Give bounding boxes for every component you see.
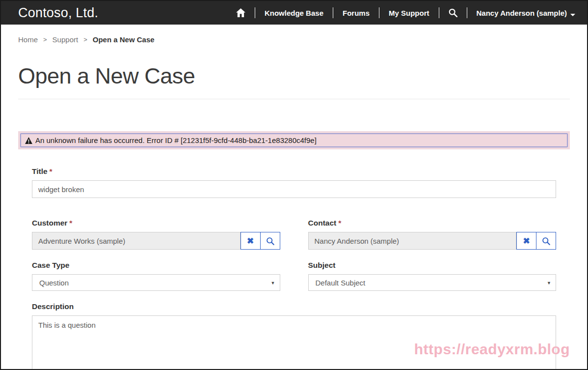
description-label: Description xyxy=(32,302,556,311)
contact-lookup: Nancy Anderson (sample) ✖ xyxy=(308,232,557,250)
nav-item-knowledge-base[interactable]: Knowledge Base xyxy=(265,9,323,17)
nav-separator xyxy=(379,7,379,18)
case-type-selected-value: Question xyxy=(39,279,69,287)
clear-x-icon: ✖ xyxy=(523,237,530,245)
title-label: Title* xyxy=(32,167,556,176)
home-icon[interactable] xyxy=(236,8,245,17)
user-menu-label: Nancy Anderson (sample) xyxy=(477,9,567,17)
title-divider xyxy=(18,99,570,99)
nav-item-my-support[interactable]: My Support xyxy=(389,9,429,17)
magnifier-icon xyxy=(266,237,274,245)
customer-lookup: Adventure Works (sample) ✖ xyxy=(32,232,280,250)
subject-field-group: Subject Default Subject ▼ xyxy=(308,261,557,291)
breadcrumb-current: Open a New Case xyxy=(93,35,155,44)
required-asterisk: * xyxy=(50,167,53,175)
subject-label: Subject xyxy=(308,261,557,270)
breadcrumb-separator: > xyxy=(83,36,87,43)
casetype-subject-row: Case Type Question ▼ Subject Default Sub… xyxy=(32,261,556,291)
title-input[interactable] xyxy=(32,180,556,198)
brand-logo[interactable]: Contoso, Ltd. xyxy=(18,5,98,21)
contact-field-group: Contact* Nancy Anderson (sample) ✖ xyxy=(308,219,557,250)
contact-lookup-value: Nancy Anderson (sample) xyxy=(308,232,517,250)
description-field-group: Description This is a question xyxy=(32,302,556,370)
top-navbar: Contoso, Ltd. Knowledge Base Forums My S… xyxy=(1,1,587,25)
page-title: Open a New Case xyxy=(18,63,570,89)
clear-x-icon: ✖ xyxy=(247,237,254,245)
breadcrumb-support[interactable]: Support xyxy=(53,35,79,44)
case-type-select[interactable]: Question ▼ xyxy=(32,274,280,291)
nav-separator xyxy=(255,7,255,18)
warning-icon xyxy=(25,137,32,144)
breadcrumb-home[interactable]: Home xyxy=(18,35,38,44)
case-form: Title* Customer* Adventure Works (sample… xyxy=(32,167,556,370)
required-asterisk: * xyxy=(338,219,341,227)
contact-clear-button[interactable]: ✖ xyxy=(516,232,536,250)
caret-down-icon xyxy=(570,14,575,16)
navbar-links: Knowledge Base Forums My Support Nancy A… xyxy=(236,7,575,18)
subject-select[interactable]: Default Subject ▼ xyxy=(308,274,557,291)
case-type-field-group: Case Type Question ▼ xyxy=(32,261,280,291)
customer-clear-button[interactable]: ✖ xyxy=(241,232,261,250)
customer-contact-row: Customer* Adventure Works (sample) ✖ xyxy=(32,219,556,250)
error-alert: An unknown failure has occurred. Error I… xyxy=(18,131,570,149)
magnifier-icon xyxy=(542,237,550,245)
contact-label: Contact* xyxy=(308,219,557,228)
customer-field-group: Customer* Adventure Works (sample) ✖ xyxy=(32,219,280,250)
browser-viewport: Contoso, Ltd. Knowledge Base Forums My S… xyxy=(0,0,588,370)
nav-separator xyxy=(439,7,439,18)
required-asterisk: * xyxy=(69,219,72,227)
breadcrumb: Home > Support > Open a New Case xyxy=(18,35,570,44)
nav-item-forums[interactable]: Forums xyxy=(343,9,370,17)
description-textarea[interactable]: This is a question xyxy=(32,315,556,370)
select-caret-icon: ▼ xyxy=(547,281,551,285)
select-caret-icon: ▼ xyxy=(271,281,275,285)
breadcrumb-separator: > xyxy=(43,36,47,43)
subject-selected-value: Default Subject xyxy=(316,279,366,287)
error-alert-message: An unknown failure has occurred. Error I… xyxy=(35,135,317,145)
customer-lookup-value: Adventure Works (sample) xyxy=(32,232,241,250)
nav-separator xyxy=(467,7,467,18)
customer-search-button[interactable] xyxy=(260,232,280,250)
search-icon[interactable] xyxy=(449,8,457,17)
nav-separator xyxy=(333,7,333,18)
customer-label: Customer* xyxy=(32,219,280,228)
user-menu[interactable]: Nancy Anderson (sample) xyxy=(477,9,576,17)
contact-search-button[interactable] xyxy=(536,232,556,250)
error-alert-focus-box: An unknown failure has occurred. Error I… xyxy=(20,133,568,147)
title-field-group: Title* xyxy=(32,167,556,198)
case-type-label: Case Type xyxy=(32,261,280,270)
